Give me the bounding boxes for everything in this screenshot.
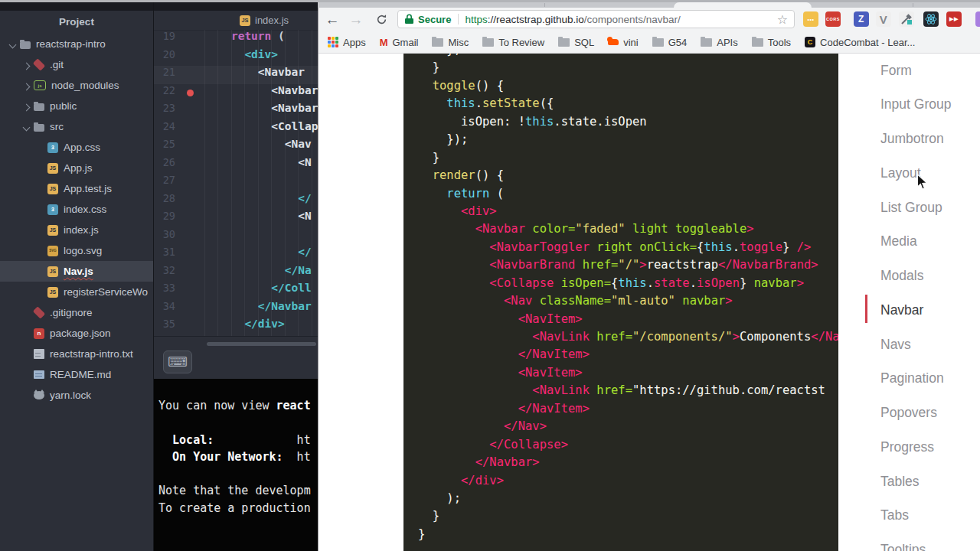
editor-line-28[interactable]: 28 </	[154, 192, 318, 210]
tree-item-public[interactable]: public	[0, 96, 153, 116]
tree-item-git[interactable]: .git	[0, 54, 153, 75]
npm-icon: n	[34, 328, 44, 339]
tree-item-index-css[interactable]: 3index.css	[0, 199, 153, 220]
tree-item-gitignore[interactable]: .gitignore	[0, 302, 153, 323]
more-actions-extension-icon[interactable]: •••	[803, 11, 818, 27]
sidebar-item-navs[interactable]: Navs	[880, 328, 911, 362]
doc-code-line: <NavItem>	[418, 311, 838, 328]
tree-item-package-json[interactable]: npackage.json	[0, 323, 153, 344]
bookmark-tools[interactable]: Tools	[752, 37, 791, 48]
color-picker-extension-icon[interactable]	[899, 11, 914, 27]
bookmark-misc[interactable]: Misc	[432, 37, 469, 48]
bookmark-gmail[interactable]: MGmail	[380, 37, 419, 48]
bookmark-vini[interactable]: vini	[608, 37, 639, 48]
sidebar-item-form[interactable]: Form	[880, 54, 912, 88]
sidebar-item-media[interactable]: Media	[880, 224, 917, 259]
tree-item-readme-md[interactable]: README.md	[0, 364, 153, 385]
sidebar-item-tables[interactable]: Tables	[880, 465, 920, 499]
bookmark-apps[interactable]: Apps	[328, 37, 366, 48]
editor-line-21[interactable]: 21 <Navbar	[154, 66, 318, 84]
tree-item-yarn-lock[interactable]: yarn.lock	[0, 385, 153, 406]
tree-item-app-test-js[interactable]: JSApp.test.js	[0, 178, 153, 199]
tree-item-app-js[interactable]: JSApp.js	[0, 158, 153, 178]
bookmark-codecombat-lear[interactable]: CCodeCombat - Lear...	[805, 37, 915, 48]
doc-code-line: }	[418, 59, 838, 77]
tree-item-node-modules[interactable]: jsnode_modules	[0, 75, 153, 96]
chevron-right-icon[interactable]	[20, 79, 34, 93]
tree-item-reactstrap-intro-txt[interactable]: reactstrap-intro.txt	[0, 344, 153, 364]
tree-item-label: index.css	[64, 204, 106, 215]
code-text: </	[204, 192, 312, 210]
gutter	[175, 192, 204, 210]
react-devtools-extension-icon[interactable]	[923, 11, 939, 27]
bookmark-sql[interactable]: SQL	[558, 37, 594, 48]
doc-code-line: }	[418, 507, 838, 525]
bookmark-apis[interactable]: APIs	[701, 37, 737, 48]
bookmark-to-review[interactable]: To Review	[482, 37, 544, 48]
tab-index-js[interactable]: JS index.js	[240, 12, 289, 28]
browser-tab-strip[interactable]	[318, 2, 980, 8]
tree-item-nav-js[interactable]: JSNav.js	[0, 261, 153, 282]
tree-item-logo-svg[interactable]: SVGlogo.svg	[0, 240, 153, 261]
editor-line-29[interactable]: 29 <N	[154, 210, 318, 228]
editor-line-24[interactable]: 24 <Collap	[154, 120, 318, 139]
sidebar-item-input-group[interactable]: Input Group	[880, 87, 951, 122]
sidebar-item-progress[interactable]: Progress	[880, 430, 934, 465]
sidebar-item-tooltips[interactable]: Tooltips	[880, 533, 926, 551]
editor-line-25[interactable]: 25 <Nav	[154, 138, 318, 156]
folder-icon	[558, 38, 570, 47]
sidebar-item-modals[interactable]: Modals	[880, 259, 923, 293]
code-text: return (	[204, 30, 285, 48]
bookmark-g54[interactable]: G54	[652, 37, 688, 48]
editor-line-30[interactable]: 30	[154, 228, 318, 246]
editor-line-34[interactable]: 34 </Navbar	[154, 300, 318, 318]
gutter	[175, 228, 204, 246]
editor-line-33[interactable]: 33 </Coll	[154, 282, 318, 300]
bookmarks-bar: AppsMGmailMiscTo ReviewSQLviniG54APIsToo…	[318, 31, 980, 54]
sidebar-item-layout[interactable]: Layout	[880, 156, 921, 191]
clipped-extension-icon[interactable]	[975, 11, 980, 27]
tree-item-label: Nav.js	[64, 266, 93, 277]
editor-line-32[interactable]: 32 </Na	[154, 264, 318, 282]
bookmark-label: APIs	[717, 37, 737, 48]
editor-line-26[interactable]: 26 <N	[154, 156, 318, 174]
sidebar-item-pagination[interactable]: Pagination	[880, 361, 944, 396]
editor-line-22[interactable]: 22 <Navbar	[154, 84, 318, 103]
tree-item-src[interactable]: src	[0, 116, 153, 137]
line-number: 33	[154, 282, 175, 300]
sidebar-item-list-group[interactable]: List Group	[880, 191, 942, 225]
terminal-panel[interactable]: You can now view react Local: ht On Your…	[154, 379, 318, 551]
sidebar-item-jumbotron[interactable]: Jumbotron	[880, 122, 944, 156]
editor-line-27[interactable]: 27	[154, 174, 318, 192]
chevron-right-icon[interactable]	[20, 99, 34, 113]
active-browser-tab[interactable]	[674, 2, 812, 8]
line-number: 22	[154, 84, 175, 103]
keyboard-button[interactable]: ⌨	[163, 350, 192, 373]
tree-item-label: package.json	[50, 328, 111, 339]
chevron-right-icon[interactable]	[20, 58, 34, 72]
editor-code-area[interactable]: 19 return (20 <div>21 <Navbar 22 <Navbar…	[154, 30, 318, 347]
sidebar-item-popovers[interactable]: Popovers	[880, 396, 937, 430]
doc-code-line: </Navbar>	[418, 454, 838, 471]
tree-item-index-js[interactable]: JSindex.js	[0, 220, 153, 240]
folder-icon	[34, 103, 44, 111]
tree-item-app-css[interactable]: 3App.css	[0, 137, 153, 158]
chevron-down-icon[interactable]	[6, 37, 20, 51]
editor-line-19[interactable]: 19 return (	[154, 30, 318, 48]
breakpoint-icon[interactable]	[187, 90, 194, 96]
sidebar-item-tabs[interactable]: Tabs	[880, 498, 909, 533]
editor-line-20[interactable]: 20 <div>	[154, 48, 318, 67]
sidebar-item-navbar[interactable]: Navbar	[880, 293, 923, 328]
editor-line-31[interactable]: 31 </	[154, 246, 318, 264]
tree-item-registerservicewo[interactable]: JSregisterServiceWo	[0, 282, 153, 302]
cors-extension-icon[interactable]: CORS	[825, 11, 841, 27]
tree-item-reactstrap-intro[interactable]: reactstrap-intro	[0, 34, 153, 54]
tree-item-label: App.css	[64, 142, 100, 153]
video-speed-extension-icon[interactable]: ▶▶	[946, 11, 962, 27]
zotero-extension-icon[interactable]: Z	[854, 11, 869, 27]
editor-line-35[interactable]: 35 </div>	[154, 318, 318, 336]
editor-line-23[interactable]: 23 <Navbar	[154, 102, 318, 120]
folder-icon	[34, 124, 44, 132]
chevron-down-icon[interactable]	[20, 120, 34, 134]
v-extension-icon[interactable]: V	[876, 11, 891, 27]
